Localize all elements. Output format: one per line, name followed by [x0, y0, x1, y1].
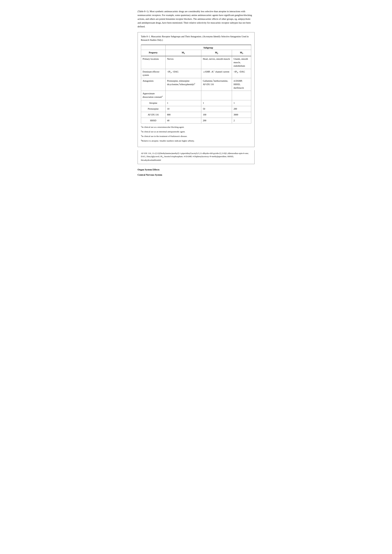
receptor-table: Subgroup Property M1 M2 M3 Primary locat… — [141, 45, 251, 124]
row-m2-antagonists: Gallamine,1methoctramine, AF-DX 116 — [201, 78, 232, 91]
property-col-header: Property — [141, 50, 165, 56]
subgroup-header-row: Subgroup — [141, 45, 251, 50]
table-title: Table 8–1. Muscarinic Receptor Subgroups… — [141, 35, 251, 42]
m2-col-header: M2 — [201, 50, 232, 56]
row-m3-effector: ↑IP3, ↑DAG — [232, 69, 251, 78]
row-m2-hhsd: 200 — [201, 118, 232, 124]
row-m3-primary-locations: Glands, smooth muscle, endothelium — [232, 56, 251, 69]
central-nervous-heading: Central Nervous System — [138, 173, 255, 177]
footnote-3: 3In clinical use in the treatment of Par… — [141, 135, 251, 138]
row-label-approx: Approximate dissociation constant4 — [141, 91, 165, 100]
row-m1-hhsd: 40 — [165, 118, 201, 124]
row-label-afdx: AF-DX 116 — [141, 112, 165, 118]
row-label-hhsd: HHSD — [141, 118, 165, 124]
organ-system-heading: Organ System Effects — [138, 168, 255, 172]
row-m1-afdx: 800 — [165, 112, 201, 118]
row-m2-atropine: 1 — [201, 100, 232, 106]
table-row: Approximate dissociation constant4 — [141, 91, 251, 100]
intro-paragraph: (Table 8–1). Most synthetic antimuscarin… — [138, 9, 255, 28]
row-m1-primary-locations: Nerves — [165, 56, 201, 69]
m3-col-header: M3 — [232, 50, 251, 56]
row-m1-effector: ↑IP3, ↑DAG — [165, 69, 201, 78]
empty-header — [141, 45, 165, 50]
row-label-antagonists: Antagonists — [141, 78, 165, 91]
row-label-pirenzepine: Pirenzepine — [141, 106, 165, 112]
property-header-row: Property M1 M2 M3 — [141, 50, 251, 56]
table-row: Atropine 1 1 1 — [141, 100, 251, 106]
row-m1-antagonists: Pirenzepine, telenzepine dicyclomine,2tr… — [165, 78, 201, 91]
table-row: Primary locations Nerves Heart, nerves, … — [141, 56, 251, 69]
row-m2-afdx: 100 — [201, 112, 232, 118]
row-label-primary-locations: Primary locations — [141, 56, 165, 69]
row-label-effector: Dominant effector system — [141, 69, 165, 78]
footnotes: 1In clinical use as a neuromuscular bloc… — [141, 125, 251, 143]
row-m1-atropine: 1 — [165, 100, 201, 106]
row-m2-approx — [201, 91, 232, 100]
row-label-atropine: Atropine — [141, 100, 165, 106]
row-m3-approx — [232, 91, 251, 100]
footnote-1: 1In clinical use as a neuromuscular bloc… — [141, 125, 251, 129]
subgroup-label: Subgroup — [165, 45, 251, 50]
row-m1-pirenzepine: 10 — [165, 106, 201, 112]
table-row: AF-DX 116 800 100 3000 — [141, 112, 251, 118]
m1-col-header: M1 — [165, 50, 201, 56]
table-row: HHSD 40 200 2 — [141, 118, 251, 124]
row-m2-effector: ↓cAMP, ↓K+ channel current — [201, 69, 232, 78]
row-m3-antagonists: 4-DAMP, HHSD, darifenacin — [232, 78, 251, 91]
table-row: Dominant effector system ↑IP3, ↑DAG ↓cAM… — [141, 69, 251, 78]
row-m3-pirenzepine: 200 — [232, 106, 251, 112]
row-m2-primary-locations: Heart, nerves, smooth muscle — [201, 56, 232, 69]
table-row: Antagonists Pirenzepine, telenzepine dic… — [141, 78, 251, 91]
footnote-4: 4Relative to atropine. Smaller numbers i… — [141, 139, 251, 143]
row-m2-pirenzepine: 50 — [201, 106, 232, 112]
row-m1-approx — [165, 91, 201, 100]
row-m3-atropine: 1 — [232, 100, 251, 106]
row-m3-afdx: 3000 — [232, 112, 251, 118]
table-container: Table 8–1. Muscarinic Receptor Subgroups… — [138, 32, 255, 147]
af-dx-definition: AF-DX 116, 11-({2-[(Diethylamino)methyl]… — [138, 150, 255, 164]
af-text: AF-DX 116, 11-({2-[(Diethylamino)methyl]… — [141, 152, 251, 162]
table-row: Pirenzepine 10 50 200 — [141, 106, 251, 112]
footnote-2: 2In clinical use as an intestinal antisp… — [141, 130, 251, 134]
row-m3-hhsd: 2 — [232, 118, 251, 124]
